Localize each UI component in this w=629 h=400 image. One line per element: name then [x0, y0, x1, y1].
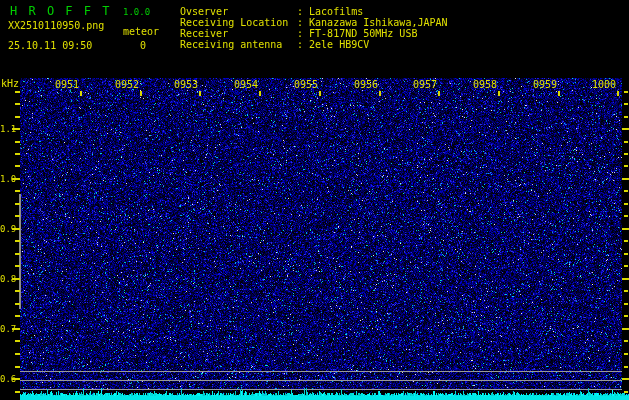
- station-info: Ovserver: LacofilmsReceiving Location: K…: [180, 6, 448, 50]
- info-row: Receiving Location: Kanazawa Ishikawa,JA…: [180, 17, 448, 28]
- info-row: Receiver: FT-817ND 50MHz USB: [180, 28, 448, 39]
- freq-tick-label: 0.6: [0, 374, 16, 384]
- time-tick-label: 0953: [173, 80, 198, 90]
- app-title: H R O F F T: [10, 4, 111, 18]
- freq-tick-label: 0.7: [0, 324, 16, 334]
- app-version: 1.0.0: [123, 7, 150, 17]
- time-tick-label: 0958: [472, 80, 497, 90]
- freq-tick-label: 1.1: [0, 124, 16, 134]
- info-value: FT-817ND 50MHz USB: [309, 28, 417, 39]
- spectrogram-canvas: [0, 0, 629, 400]
- freq-axis-unit: kHz: [1, 78, 19, 89]
- time-tick-label: 0952: [114, 80, 139, 90]
- info-label: Receiver: [180, 28, 297, 39]
- freq-tick-label: 1.0: [0, 174, 16, 184]
- date-time-label: 25.10.11 09:50: [8, 40, 92, 51]
- time-tick-label: 0951: [54, 80, 79, 90]
- info-label: Receiving Location: [180, 17, 297, 28]
- info-separator: :: [297, 28, 309, 39]
- time-tick-label: 1000: [591, 80, 616, 90]
- mode-label: meteor: [123, 26, 159, 37]
- freq-tick-label: 0.9: [0, 224, 16, 234]
- freq-tick-label: 0.8: [0, 274, 16, 284]
- output-filename: XX2510110950.png: [8, 20, 104, 31]
- info-row: Ovserver: Lacofilms: [180, 6, 448, 17]
- info-row: Receiving antenna: 2ele HB9CV: [180, 39, 448, 50]
- info-label: Ovserver: [180, 6, 297, 17]
- time-tick-label: 0954: [233, 80, 258, 90]
- time-tick-label: 0956: [353, 80, 378, 90]
- info-value: 2ele HB9CV: [309, 39, 369, 50]
- info-separator: :: [297, 6, 309, 17]
- info-value: Kanazawa Ishikawa,JAPAN: [309, 17, 447, 28]
- echo-count: 0: [140, 40, 146, 51]
- hrofft-screen: H R O F F T 1.0.0 XX2510110950.png meteo…: [0, 0, 629, 400]
- time-tick-label: 0959: [532, 80, 557, 90]
- info-separator: :: [297, 39, 309, 50]
- time-tick-label: 0957: [412, 80, 437, 90]
- info-value: Lacofilms: [309, 6, 363, 17]
- time-tick-label: 0955: [293, 80, 318, 90]
- info-label: Receiving antenna: [180, 39, 297, 50]
- info-separator: :: [297, 17, 309, 28]
